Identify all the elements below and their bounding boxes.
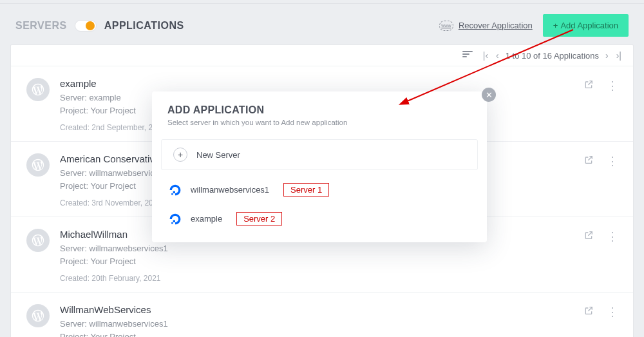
wordpress-icon — [26, 78, 50, 101]
app-created: Created: 20th February, 2021 — [60, 274, 573, 283]
tab-applications[interactable]: APPLICATIONS — [104, 20, 184, 32]
pagination-text: 1 to 10 of 16 Applications — [506, 51, 599, 61]
wordpress-icon — [26, 153, 50, 177]
svg-rect-2 — [173, 220, 175, 222]
annotation-box: Server 2 — [236, 212, 282, 226]
panel-toolbar: |‹ ‹ 1 to 10 of 16 Applications › ›| — [11, 45, 633, 66]
app-project-line: Project: Your Project — [60, 331, 573, 338]
pagination: |‹ ‹ 1 to 10 of 16 Applications › ›| — [482, 50, 623, 61]
digitalocean-icon — [169, 184, 182, 197]
recover-application-link[interactable]: www Recover Application — [439, 21, 533, 31]
row-actions: ⋮ — [583, 153, 618, 168]
app-server-line: Server: willmanwebservices1 — [60, 318, 573, 331]
list-item[interactable]: WillmanWebServices Server: willmanwebser… — [11, 293, 633, 337]
app-name: example — [60, 78, 573, 89]
close-icon[interactable]: ✕ — [482, 88, 496, 102]
www-icon: www — [439, 21, 453, 31]
plus-icon: + — [553, 21, 558, 30]
app-project-line: Project: Your Project — [60, 255, 573, 268]
pager-last-icon[interactable]: ›| — [615, 50, 623, 61]
more-menu-icon[interactable]: ⋮ — [607, 155, 618, 167]
more-menu-icon[interactable]: ⋮ — [607, 231, 618, 242]
tab-servers[interactable]: SERVERS — [15, 20, 67, 32]
add-button-label: Add Application — [560, 21, 618, 30]
add-application-button[interactable]: + Add Application — [543, 14, 629, 37]
server-option[interactable]: example Server 2 — [157, 204, 482, 233]
app-server-line: Server: willmanwebservices1 — [60, 242, 573, 255]
wordpress-icon — [26, 229, 50, 252]
open-external-icon[interactable] — [583, 305, 594, 318]
modal-subtitle: Select server in which you want to Add n… — [167, 119, 471, 126]
new-server-option[interactable]: + New Server — [161, 139, 478, 170]
server-name: willmanwebservices1 — [191, 185, 269, 195]
row-actions: ⋮ — [583, 78, 618, 92]
svg-rect-3 — [171, 222, 173, 224]
svg-rect-0 — [173, 191, 175, 193]
open-external-icon[interactable] — [583, 155, 594, 168]
wordpress-icon — [26, 304, 50, 327]
server-name: example — [191, 214, 222, 224]
plus-circle-icon: + — [173, 148, 187, 162]
row-actions: ⋮ — [583, 229, 618, 243]
modal-server-list: + New Server willmanwebservices1 Server … — [152, 135, 487, 242]
row-actions: ⋮ — [583, 304, 618, 318]
pager-next-icon[interactable]: › — [604, 50, 610, 61]
toggle-switch[interactable] — [75, 20, 97, 32]
annotation-box: Server 1 — [283, 183, 329, 197]
modal-header: ADD APPLICATION Select server in which y… — [152, 91, 487, 135]
view-toggle: SERVERS APPLICATIONS — [15, 20, 184, 32]
pager-first-icon[interactable]: |‹ — [482, 50, 489, 61]
recover-label: Recover Application — [459, 21, 533, 30]
app-meta: WillmanWebServices Server: willmanwebser… — [60, 304, 573, 337]
add-application-modal: ✕ ADD APPLICATION Select server in which… — [152, 91, 487, 242]
toggle-knob — [86, 21, 95, 30]
svg-rect-1 — [171, 193, 173, 195]
modal-title: ADD APPLICATION — [167, 104, 471, 116]
app-name: WillmanWebServices — [60, 304, 573, 315]
open-external-icon[interactable] — [583, 230, 594, 243]
pager-prev-icon[interactable]: ‹ — [495, 50, 500, 61]
digitalocean-icon — [169, 213, 182, 226]
header-actions: www Recover Application + Add Applicatio… — [439, 14, 629, 37]
page-header: SERVERS APPLICATIONS www Recover Applica… — [0, 4, 644, 44]
more-menu-icon[interactable]: ⋮ — [607, 306, 618, 318]
more-menu-icon[interactable]: ⋮ — [607, 80, 618, 91]
open-external-icon[interactable] — [583, 79, 594, 92]
server-option[interactable]: willmanwebservices1 Server 1 — [157, 175, 482, 204]
new-server-label: New Server — [196, 150, 240, 160]
sort-icon[interactable] — [462, 51, 474, 60]
